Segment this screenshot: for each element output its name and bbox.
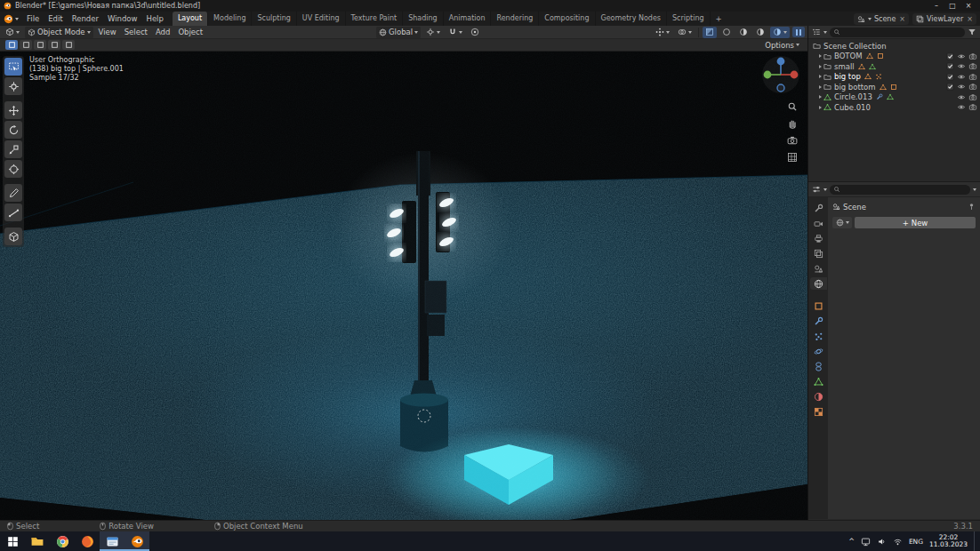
workspace-tab-sculpting[interactable]: Sculpting: [252, 12, 296, 26]
viewport-3d[interactable]: User Orthographic (138) big top | Sphere…: [0, 52, 807, 520]
xray-toggle[interactable]: [703, 27, 717, 38]
tab-output[interactable]: [810, 232, 827, 244]
outliner-row-collection[interactable]: big bottom: [808, 82, 980, 92]
menu-add[interactable]: Add: [153, 27, 173, 38]
pivot-point-button[interactable]: [423, 27, 443, 38]
select-mode-extend[interactable]: [20, 40, 32, 50]
expand-arrow-icon[interactable]: [819, 106, 822, 109]
options-dropdown[interactable]: Options: [762, 39, 802, 51]
editor-type-button[interactable]: [3, 27, 22, 38]
menu-select[interactable]: Select: [122, 27, 150, 38]
outliner-editor-icon[interactable]: [812, 28, 821, 36]
select-mode-new[interactable]: [5, 40, 18, 50]
hide-viewport-eye-icon[interactable]: [957, 73, 966, 81]
taskbar-icon-chrome[interactable]: [50, 531, 75, 551]
workspace-tab-scripting[interactable]: Scripting: [667, 12, 711, 26]
overlays-toggle[interactable]: [675, 27, 695, 38]
gizmos-toggle[interactable]: [653, 27, 672, 38]
workspace-tab-compositing[interactable]: Compositing: [539, 12, 595, 26]
expand-arrow-icon[interactable]: [819, 75, 822, 78]
add-workspace-button[interactable]: +: [711, 12, 727, 26]
collection-checkbox[interactable]: [946, 73, 954, 81]
collection-checkbox[interactable]: [946, 83, 954, 91]
select-mode-subtract[interactable]: [34, 40, 46, 50]
menu-window[interactable]: Window: [103, 12, 142, 26]
taskbar-icon-firefox[interactable]: [75, 531, 100, 551]
browse-world-button[interactable]: [832, 217, 852, 228]
outliner-row-collection[interactable]: BOTOM: [808, 52, 980, 62]
workspace-tab-animation[interactable]: Animation: [444, 12, 492, 26]
hide-viewport-eye-icon[interactable]: [957, 103, 966, 111]
tab-object[interactable]: [810, 299, 827, 312]
hide-viewport-eye-icon[interactable]: [957, 83, 966, 91]
menu-render[interactable]: Render: [68, 12, 103, 26]
taskbar-icon-blender[interactable]: [125, 531, 149, 551]
start-button[interactable]: [0, 531, 25, 551]
menu-file[interactable]: File: [22, 12, 44, 26]
tab-tool[interactable]: [810, 202, 827, 214]
tool-measure-button[interactable]: [4, 204, 22, 221]
properties-editor-icon[interactable]: [812, 185, 821, 194]
outliner-row-mesh[interactable]: Cube.010: [808, 102, 980, 113]
tab-scene[interactable]: [810, 262, 827, 275]
tool-cursor-button[interactable]: [4, 77, 22, 95]
tab-material[interactable]: [810, 390, 827, 403]
tool-add-cube-button[interactable]: [4, 228, 22, 245]
tab-render[interactable]: [810, 217, 827, 229]
select-mode-intersect[interactable]: [62, 40, 75, 50]
outliner-row-collection[interactable]: big top: [808, 72, 980, 83]
workspace-tab-rendering[interactable]: Rendering: [491, 12, 539, 26]
hide-viewport-eye-icon[interactable]: [957, 93, 966, 101]
blender-menu-button[interactable]: [0, 14, 22, 24]
navigation-gizmo[interactable]: [760, 54, 801, 95]
workspace-tab-uv-editing[interactable]: UV Editing: [297, 12, 346, 26]
disable-render-camera-icon[interactable]: [968, 73, 977, 81]
zoom-button[interactable]: [787, 101, 798, 112]
tab-texture[interactable]: [810, 405, 827, 418]
tab-physics[interactable]: [810, 345, 827, 357]
display-icon[interactable]: [861, 537, 871, 547]
clock[interactable]: 22:02 11.03.2023: [929, 534, 968, 549]
camera-view-button[interactable]: [787, 135, 798, 146]
shading-material-button[interactable]: [753, 27, 767, 38]
scene-selector[interactable]: Scene ×: [854, 13, 909, 25]
shading-rendered-button[interactable]: [770, 27, 790, 38]
tool-rotate-button[interactable]: [4, 121, 22, 139]
tab-modifiers[interactable]: [810, 315, 827, 327]
viewlayer-selector[interactable]: ViewLayer ×: [912, 13, 976, 25]
expand-arrow-icon[interactable]: [819, 54, 822, 58]
snap-button[interactable]: [446, 27, 465, 38]
orientation-dropdown[interactable]: Global: [376, 27, 421, 38]
collection-checkbox[interactable]: [946, 62, 954, 70]
outliner-row-mesh[interactable]: Circle.013: [808, 92, 980, 103]
unlink-icon[interactable]: ×: [966, 15, 973, 23]
disable-render-camera-icon[interactable]: [968, 83, 977, 91]
language-indicator[interactable]: ENG: [909, 538, 923, 546]
workspace-tab-layout[interactable]: Layout: [173, 12, 208, 26]
workspace-tab-shading[interactable]: Shading: [403, 12, 444, 26]
hidden-icons-button[interactable]: ^: [848, 538, 855, 546]
tool-scale-button[interactable]: [4, 140, 22, 158]
tab-constraints[interactable]: [810, 360, 827, 372]
outliner-row-scene-collection[interactable]: Scene Collection: [808, 41, 980, 52]
select-mode-invert[interactable]: [48, 40, 60, 50]
workspace-tab-geometry-nodes[interactable]: Geometry Nodes: [596, 12, 667, 26]
maximize-button[interactable]: □: [944, 2, 960, 10]
minimize-button[interactable]: –: [928, 2, 944, 10]
disable-render-camera-icon[interactable]: [968, 103, 977, 111]
expand-arrow-icon[interactable]: [819, 95, 822, 99]
proportional-edit-button[interactable]: [468, 27, 482, 38]
expand-arrow-icon[interactable]: [819, 85, 822, 89]
disable-render-camera-icon[interactable]: [968, 93, 977, 101]
tool-select-box-button[interactable]: [4, 58, 22, 76]
workspace-tab-modeling[interactable]: Modeling: [208, 12, 252, 26]
viewport-canvas[interactable]: [0, 52, 807, 520]
mode-dropdown[interactable]: Object Mode: [25, 27, 93, 38]
network-icon[interactable]: [893, 537, 903, 547]
properties-search-input[interactable]: [830, 185, 970, 195]
tool-move-button[interactable]: [4, 101, 22, 119]
menu-object[interactable]: Object: [175, 27, 205, 38]
disable-render-camera-icon[interactable]: [968, 52, 977, 60]
pan-hand-button[interactable]: [787, 118, 798, 129]
unlink-icon[interactable]: ×: [898, 15, 905, 23]
